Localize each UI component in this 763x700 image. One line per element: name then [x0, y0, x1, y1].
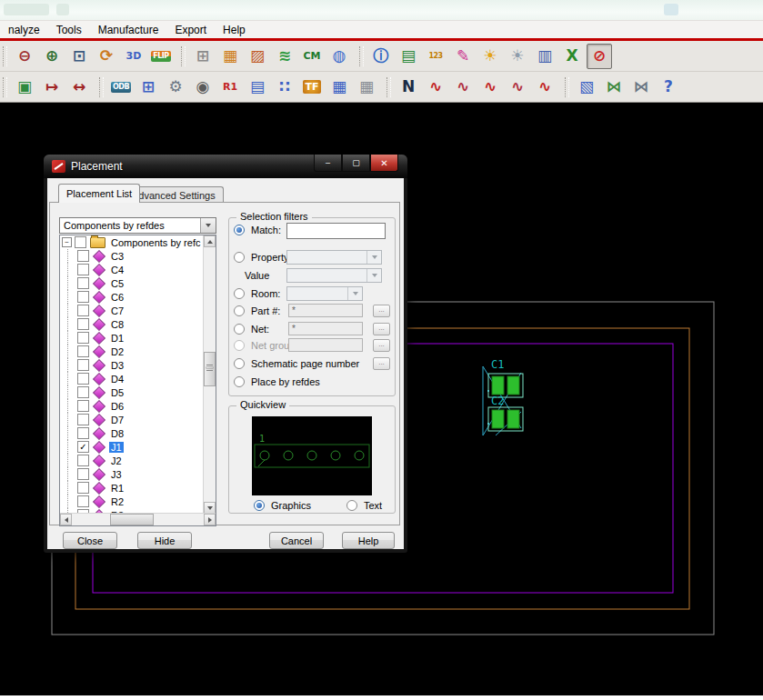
- graphics-radio[interactable]: [254, 500, 265, 511]
- help-button[interactable]: Help: [342, 532, 395, 549]
- dimension-span-icon[interactable]: ↔: [66, 75, 92, 100]
- measure-icon[interactable]: 123: [423, 44, 448, 69]
- component-c1[interactable]: C1: [488, 358, 523, 397]
- net-group-radio[interactable]: [234, 340, 245, 351]
- match-input[interactable]: [286, 223, 386, 239]
- menu-tools[interactable]: Tools: [48, 22, 90, 38]
- tree-row-d1[interactable]: D1: [60, 331, 204, 345]
- unchecked-checkbox[interactable]: [77, 264, 89, 275]
- visibility-books-icon[interactable]: ▥: [532, 44, 557, 69]
- close-button[interactable]: Close: [63, 532, 117, 549]
- maximize-button[interactable]: ▢: [342, 155, 370, 172]
- schematic-page-radio[interactable]: [234, 358, 245, 369]
- tree-item-label[interactable]: D3: [109, 360, 125, 371]
- tab-placement-list[interactable]: Placement List: [58, 184, 140, 203]
- match-radio[interactable]: [234, 225, 245, 235]
- tree-item-label[interactable]: C3: [109, 251, 125, 262]
- toolbar-grip[interactable]: [565, 77, 569, 97]
- si-report-icon[interactable]: ∿: [423, 75, 448, 100]
- scroll-up-icon[interactable]: [204, 235, 216, 247]
- dimension-pointer-icon[interactable]: ↦: [39, 75, 65, 100]
- tree-item-label[interactable]: D6: [109, 401, 125, 412]
- tree-item-label[interactable]: J2: [109, 455, 124, 466]
- unchecked-checkbox[interactable]: [77, 414, 89, 425]
- component-c2[interactable]: C2: [488, 395, 523, 431]
- info-icon[interactable]: ⓘ: [368, 44, 394, 69]
- property-dropdown[interactable]: [286, 250, 382, 265]
- odb-export-icon[interactable]: ODB: [108, 75, 134, 100]
- component-info-icon[interactable]: ▤: [396, 44, 421, 69]
- schematic-page-browse-button[interactable]: ...: [373, 357, 390, 370]
- tree-item-label[interactable]: R2: [109, 496, 125, 507]
- 3d-view-icon[interactable]: 3D: [121, 44, 146, 69]
- root-checkbox[interactable]: [75, 236, 86, 248]
- color-swap-icon[interactable]: ▨: [245, 44, 270, 69]
- waive-drc-icon[interactable]: X: [559, 44, 585, 69]
- tree-row-d2[interactable]: D2: [60, 345, 204, 358]
- flip-design-icon[interactable]: FLIP: [148, 44, 174, 69]
- unchecked-checkbox[interactable]: [77, 373, 89, 385]
- unchecked-checkbox[interactable]: [77, 400, 89, 412]
- tree-row-r1[interactable]: R1: [60, 481, 204, 495]
- net-radio[interactable]: [234, 324, 245, 335]
- cross-section-icon[interactable]: ≋: [272, 44, 297, 69]
- properties-panel-icon[interactable]: ▤: [245, 75, 270, 100]
- selection-app-mode-icon[interactable]: ⊘: [587, 44, 612, 69]
- toolbar-grip[interactable]: [181, 46, 186, 66]
- dialog-titlebar[interactable]: Placement – ▢ ✕: [44, 155, 407, 178]
- unchecked-checkbox[interactable]: [77, 482, 89, 494]
- tree-horizontal-scrollbar[interactable]: [60, 513, 216, 525]
- tree-row-j1[interactable]: ✓J1: [60, 440, 204, 454]
- tree-item-label[interactable]: D2: [109, 346, 125, 357]
- color-dialog-icon[interactable]: ▦: [217, 44, 243, 69]
- zoom-points-icon[interactable]: ⊕: [39, 44, 65, 69]
- tree-row-j2[interactable]: J2: [60, 454, 204, 467]
- snapshot-camera-icon[interactable]: ◉: [190, 75, 216, 100]
- unchecked-checkbox[interactable]: [77, 386, 89, 398]
- bowtie-icon[interactable]: ⋈: [628, 75, 654, 100]
- wrench-tool-icon[interactable]: ⚙: [163, 75, 188, 100]
- tree-item-label[interactable]: C8: [109, 319, 125, 330]
- help-icon[interactable]: ?: [656, 75, 681, 100]
- menu-help[interactable]: Help: [215, 22, 254, 38]
- array-unplace-icon[interactable]: ▦: [354, 75, 379, 100]
- toolbar-grip[interactable]: [3, 77, 7, 97]
- si-audit-icon[interactable]: ∿: [505, 75, 530, 100]
- tree-row-d6[interactable]: D6: [60, 399, 204, 413]
- tree-row-d7[interactable]: D7: [60, 413, 204, 426]
- menu-manufacture[interactable]: Manufacture: [90, 22, 167, 38]
- part-number-radio[interactable]: [234, 305, 245, 316]
- unchecked-checkbox[interactable]: [77, 332, 89, 344]
- tree-row-c7[interactable]: C7: [60, 304, 204, 317]
- checked-checkbox[interactable]: ✓: [77, 441, 89, 453]
- unchecked-checkbox[interactable]: [77, 291, 89, 303]
- shadow-mode-icon[interactable]: ☀: [505, 44, 530, 69]
- tree-item-label[interactable]: C7: [109, 305, 125, 316]
- tree-item-label[interactable]: D4: [109, 374, 125, 385]
- redraw-icon[interactable]: ⟳: [94, 44, 119, 69]
- place-by-refdes-radio[interactable]: [234, 376, 245, 387]
- rename-refdes-icon[interactable]: R1: [217, 75, 243, 100]
- tree-row-c3[interactable]: C3: [60, 249, 204, 263]
- toolbar-grip[interactable]: [99, 77, 104, 97]
- net-input[interactable]: [288, 322, 363, 335]
- tree-row-c6[interactable]: C6: [60, 290, 204, 304]
- unchecked-checkbox[interactable]: [77, 427, 89, 439]
- tree-item-label[interactable]: D5: [109, 387, 125, 398]
- unchecked-checkbox[interactable]: [77, 277, 89, 289]
- unchecked-checkbox[interactable]: [77, 318, 89, 330]
- part-number-browse-button[interactable]: ...: [373, 305, 390, 317]
- tree-item-label[interactable]: D8: [109, 428, 125, 439]
- unchecked-checkbox[interactable]: [77, 305, 89, 316]
- toolbar-grip[interactable]: [387, 77, 391, 97]
- tree-row-d8[interactable]: D8: [60, 426, 204, 440]
- horizontal-scroll-thumb[interactable]: [110, 514, 154, 525]
- place-dots-icon[interactable]: ∷: [272, 75, 297, 100]
- tree-item-label[interactable]: J3: [109, 469, 124, 480]
- expander-minus-icon[interactable]: −: [62, 237, 72, 247]
- tree-row-c5[interactable]: C5: [60, 276, 204, 290]
- net-group-input[interactable]: [288, 338, 363, 352]
- tree-row-r2[interactable]: R2: [60, 495, 204, 508]
- toolbar-grip[interactable]: [3, 46, 7, 66]
- unchecked-checkbox[interactable]: [77, 495, 89, 507]
